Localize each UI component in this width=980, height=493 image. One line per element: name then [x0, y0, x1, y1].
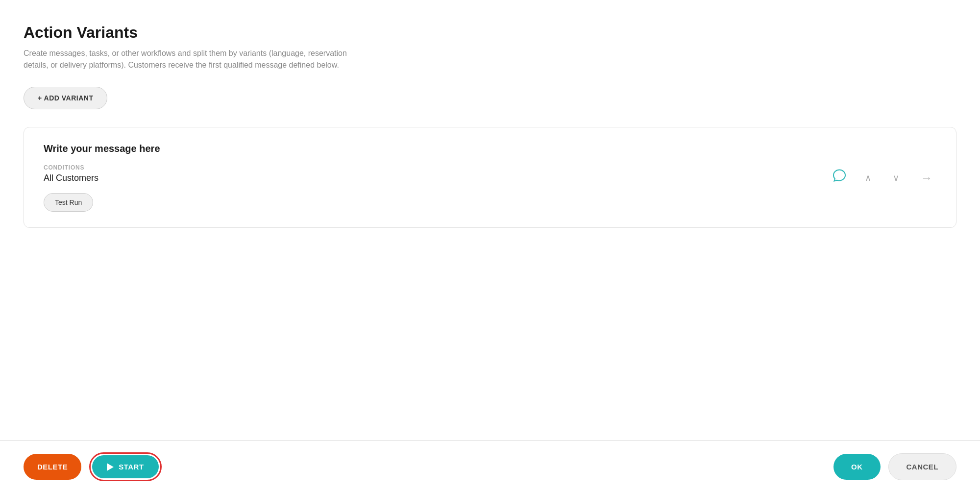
add-variant-button[interactable]: + ADD VARIANT	[24, 87, 107, 109]
main-content: Action Variants Create messages, tasks, …	[0, 0, 980, 440]
chevron-down-icon: ∨	[893, 173, 899, 182]
conditions-value: All Customers	[44, 173, 936, 183]
page-title: Action Variants	[24, 24, 956, 42]
variant-card-title: Write your message here	[44, 143, 936, 154]
card-actions: ∧ ∨ →	[832, 168, 936, 187]
play-icon	[107, 463, 114, 471]
arrow-right-icon: →	[921, 171, 932, 184]
start-button-wrapper: START	[89, 452, 161, 481]
footer-bar: DELETE START OK CANCEL	[0, 440, 980, 493]
start-button[interactable]: START	[92, 455, 158, 478]
variant-card: Write your message here CONDITIONS All C…	[24, 127, 956, 228]
forward-arrow-button[interactable]: →	[917, 169, 936, 186]
ok-button[interactable]: OK	[833, 454, 881, 480]
chevron-up-icon: ∧	[865, 173, 871, 182]
delete-button[interactable]: DELETE	[24, 454, 81, 480]
page-subtitle: Create messages, tasks, or other workflo…	[24, 48, 367, 71]
cancel-button[interactable]: CANCEL	[888, 453, 957, 480]
up-arrow-button[interactable]: ∧	[861, 170, 875, 185]
chat-icon[interactable]	[832, 168, 847, 187]
test-run-button[interactable]: Test Run	[44, 193, 93, 212]
down-arrow-button[interactable]: ∨	[889, 170, 903, 185]
conditions-label: CONDITIONS	[44, 164, 936, 171]
footer-right: OK CANCEL	[833, 453, 956, 480]
